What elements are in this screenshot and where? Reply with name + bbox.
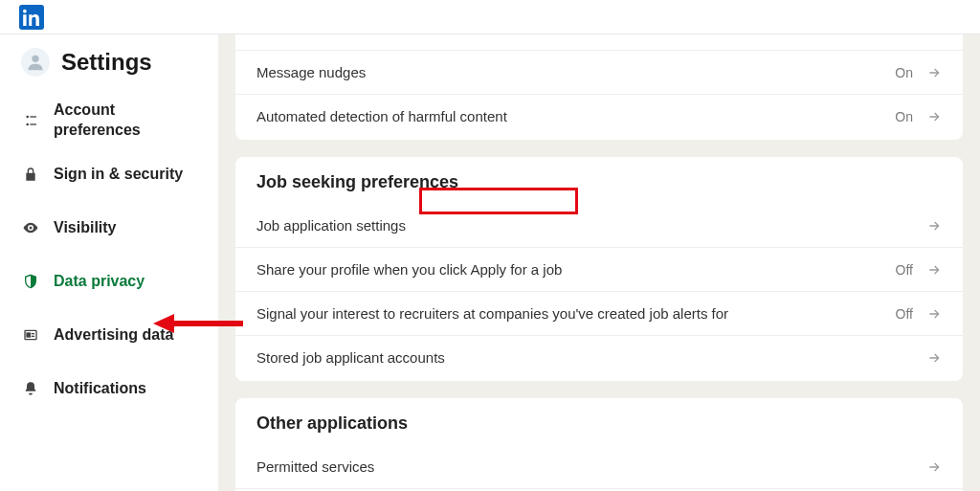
svg-rect-4 bbox=[30, 123, 36, 124]
svg-rect-7 bbox=[27, 333, 30, 337]
settings-header: Settings bbox=[0, 48, 218, 94]
main-content: Message nudges On Automated detection of… bbox=[218, 34, 980, 491]
arrow-right-icon bbox=[926, 218, 942, 234]
arrow-right-icon bbox=[926, 350, 942, 366]
setting-label: Permitted services bbox=[256, 458, 374, 475]
setting-row[interactable]: Permitted services bbox=[235, 445, 963, 488]
topbar bbox=[0, 0, 980, 34]
setting-label: Message nudges bbox=[256, 64, 366, 80]
svg-point-2 bbox=[26, 123, 29, 126]
shield-icon bbox=[21, 274, 40, 289]
user-dots-icon bbox=[21, 113, 40, 128]
sidebar-item-label: Advertising data bbox=[54, 325, 173, 346]
setting-label: Stored job applicant accounts bbox=[256, 349, 445, 366]
arrow-right-icon bbox=[926, 65, 942, 80]
linkedin-logo[interactable] bbox=[19, 5, 44, 30]
sidebar-item-advertising-data[interactable]: Advertising data bbox=[0, 308, 218, 362]
setting-row[interactable]: Stored job applicant accounts bbox=[235, 335, 963, 379]
avatar bbox=[21, 48, 50, 77]
setting-row[interactable]: Share your profile when you click Apply … bbox=[235, 247, 963, 291]
sidebar-item-sign-in-security[interactable]: Sign in & security bbox=[0, 147, 218, 201]
sidebar-item-label: Notifications bbox=[54, 379, 146, 399]
settings-card-misc: Message nudges On Automated detection of… bbox=[235, 34, 963, 140]
setting-value: On bbox=[895, 109, 913, 124]
sidebar-item-label: Data privacy bbox=[54, 272, 145, 292]
setting-value: On bbox=[895, 65, 913, 80]
setting-label: Automated detection of harmful content bbox=[256, 108, 507, 124]
ad-card-icon bbox=[21, 327, 40, 343]
arrow-right-icon bbox=[926, 459, 942, 475]
setting-row-job-application-settings[interactable]: Job application settings bbox=[235, 204, 963, 247]
setting-label: Signal your interest to recruiters at co… bbox=[256, 305, 728, 322]
eye-icon bbox=[21, 219, 40, 236]
svg-point-1 bbox=[26, 116, 29, 119]
sidebar-item-visibility[interactable]: Visibility bbox=[0, 201, 218, 255]
sidebar-item-label: Visibility bbox=[54, 218, 117, 238]
setting-row[interactable]: Signal your interest to recruiters at co… bbox=[235, 291, 963, 335]
setting-value: Off bbox=[896, 262, 913, 278]
settings-card-other-applications: Other applications Permitted services Mi… bbox=[235, 398, 963, 491]
sidebar-item-label: Account preferences bbox=[54, 100, 197, 141]
arrow-right-icon bbox=[926, 262, 942, 278]
setting-row[interactable]: Automated detection of harmful content O… bbox=[235, 94, 963, 138]
svg-point-5 bbox=[30, 227, 33, 230]
section-title: Other applications bbox=[235, 398, 963, 445]
lock-icon bbox=[21, 167, 40, 182]
sidebar-item-data-privacy[interactable]: Data privacy bbox=[0, 255, 218, 308]
settings-card-job-seeking: Job seeking preferences Job application … bbox=[235, 157, 963, 381]
arrow-right-icon bbox=[926, 109, 942, 124]
cutoff-row-hint bbox=[235, 34, 963, 50]
page-title: Settings bbox=[61, 49, 152, 76]
section-title: Job seeking preferences bbox=[235, 157, 963, 204]
sidebar-item-label: Sign in & security bbox=[54, 165, 183, 185]
sidebar: Settings Account preferences Sign in & s… bbox=[0, 34, 218, 491]
arrow-right-icon bbox=[926, 306, 942, 322]
svg-point-0 bbox=[32, 56, 38, 62]
bell-icon bbox=[21, 381, 40, 396]
setting-value: Off bbox=[896, 306, 913, 322]
setting-label: Job application settings bbox=[256, 217, 406, 234]
sidebar-item-account-preferences[interactable]: Account preferences bbox=[0, 94, 218, 147]
svg-rect-3 bbox=[30, 116, 36, 117]
setting-row[interactable]: Message nudges On bbox=[235, 50, 963, 94]
sidebar-item-notifications[interactable]: Notifications bbox=[0, 362, 218, 415]
setting-label: Share your profile when you click Apply … bbox=[256, 261, 562, 278]
